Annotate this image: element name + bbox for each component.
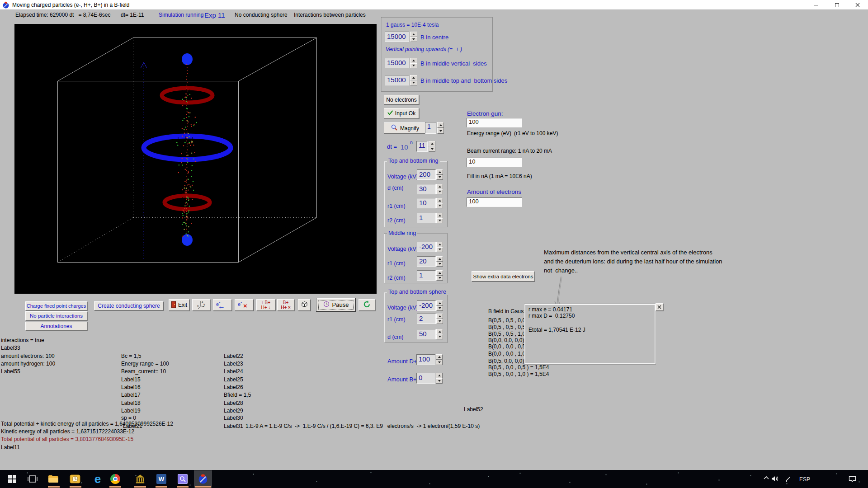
mr-r1-input[interactable]: 20 bbox=[417, 256, 436, 267]
magnify-value-input[interactable]: 1 bbox=[425, 122, 436, 134]
app-icon bbox=[2, 1, 9, 10]
exit-button[interactable]: Exit bbox=[169, 299, 189, 311]
magnify-button[interactable]: Magnify bbox=[384, 122, 426, 134]
total-energy-readout: Total potential + kinetic energy of all … bbox=[1, 421, 173, 427]
minimize-button[interactable] bbox=[806, 0, 826, 10]
tray-chevron-icon[interactable] bbox=[763, 475, 769, 482]
mr-voltage-label: Voltage (kV) bbox=[387, 246, 418, 252]
tbr-voltage-label: Voltage (kV) bbox=[387, 174, 418, 180]
label16: Label16 bbox=[121, 384, 141, 390]
ion-delete-button[interactable]: B+ H+ × bbox=[277, 299, 294, 311]
close-button[interactable] bbox=[847, 0, 868, 10]
tbr-r2-spinner[interactable] bbox=[436, 213, 443, 223]
volume-icon[interactable] bbox=[771, 476, 778, 483]
charge-fixed-point-charges-button[interactable]: Charge fixed point charges bbox=[25, 301, 87, 310]
mr-voltage-spinner[interactable] bbox=[436, 242, 443, 252]
b-vertical-sides-spinner[interactable] bbox=[410, 58, 417, 68]
annotations-button[interactable]: Annotationes bbox=[25, 322, 87, 331]
top-bottom-sphere-title: Top and bottom sphere bbox=[387, 289, 448, 295]
tbs-d-spinner[interactable] bbox=[436, 329, 443, 339]
tbs-r1-spinner[interactable] bbox=[436, 314, 443, 324]
amount-d-label: Amount D+ bbox=[387, 358, 417, 365]
dt-exponent-input[interactable]: 11 bbox=[416, 141, 428, 152]
top-bottom-ring-title: Top and bottom ring bbox=[387, 158, 440, 164]
cube-view-button[interactable] bbox=[298, 299, 311, 311]
tbs-d-input[interactable]: 50 bbox=[417, 329, 436, 339]
edge-icon[interactable]: e bbox=[92, 474, 103, 484]
tbs-voltage-input[interactable]: -200 bbox=[417, 300, 436, 311]
action-center-icon[interactable] bbox=[849, 476, 856, 483]
tbs-voltage-spinner[interactable] bbox=[436, 300, 443, 311]
electron-back-button[interactable]: e- ← bbox=[213, 299, 232, 311]
elapsed-time-label: Elapsed time: 629000 dt = 8,74E-6sec bbox=[15, 12, 110, 18]
chrome-icon[interactable] bbox=[110, 474, 121, 484]
amount-d-input[interactable]: 100 bbox=[416, 354, 435, 365]
tbr-r2-input[interactable]: 1 bbox=[417, 213, 436, 223]
tbr-d-spinner[interactable] bbox=[436, 184, 443, 194]
restart-button[interactable] bbox=[359, 299, 375, 311]
dt-label: dt = bbox=[387, 143, 397, 150]
tbr-voltage-spinner[interactable] bbox=[436, 169, 443, 180]
tbs-r1-input[interactable]: 2 bbox=[417, 314, 436, 324]
create-conducting-sphere-button[interactable]: Create conducting sphere bbox=[94, 301, 164, 310]
no-particle-interactions-button[interactable]: No particle interactions bbox=[25, 311, 87, 320]
simulation-viewport bbox=[14, 24, 377, 294]
amount-b-input[interactable]: 0 bbox=[416, 373, 435, 384]
mr-r1-spinner[interactable] bbox=[436, 256, 443, 267]
outlook-icon[interactable] bbox=[70, 474, 80, 484]
running-indicator bbox=[70, 486, 81, 488]
b-centre-input[interactable]: 15000 bbox=[385, 32, 409, 42]
purple-app-icon[interactable] bbox=[177, 474, 188, 484]
ion-drop-button[interactable]: ↑ B+ H+ ↓ bbox=[256, 299, 275, 311]
axes-view-button[interactable]: z y x bbox=[192, 299, 210, 311]
bfield-list-line: B(0,0 , 0,0 , 0,5 ) bbox=[488, 343, 528, 350]
magnify-spinner[interactable] bbox=[437, 122, 444, 134]
label17: Label17 bbox=[121, 392, 141, 398]
amount-b-spinner[interactable] bbox=[436, 373, 443, 384]
svg-text:x: x bbox=[197, 304, 199, 307]
rmax-overlay-panel: r max e = 0.04171 r max D = 0.12750 Etot… bbox=[524, 304, 656, 364]
label25: Label25 bbox=[224, 376, 243, 383]
show-extra-data-button[interactable]: Show extra data electrons bbox=[472, 271, 535, 282]
maximize-button[interactable] bbox=[826, 0, 847, 10]
mr-r2-input[interactable]: 1 bbox=[417, 270, 436, 281]
label30: Label30 bbox=[224, 415, 243, 421]
bank-app-icon[interactable] bbox=[135, 474, 146, 484]
pen-icon[interactable] bbox=[785, 476, 791, 483]
label31: Label31 bbox=[224, 423, 243, 429]
no-electrons-button[interactable]: No electrons bbox=[384, 95, 419, 104]
amount-electrons-input[interactable]: 100 bbox=[467, 197, 522, 207]
bfield-list-line: B(0,5 , 0,5 , 0,0) bbox=[488, 317, 527, 324]
b-top-bottom-spinner[interactable] bbox=[410, 75, 417, 85]
word-icon[interactable]: W bbox=[156, 474, 167, 484]
file-explorer-icon[interactable] bbox=[48, 474, 59, 484]
tbr-d-input[interactable]: 30 bbox=[417, 184, 436, 194]
mr-voltage-input[interactable]: -200 bbox=[417, 242, 436, 252]
ion-drop-bottom-label: H+ ↓ bbox=[261, 305, 271, 310]
start-button[interactable] bbox=[7, 474, 18, 484]
tbr-r1-input[interactable]: 10 bbox=[417, 198, 436, 208]
b-top-bottom-input[interactable]: 15000 bbox=[385, 75, 409, 85]
tbr-voltage-input[interactable]: 200 bbox=[417, 169, 436, 180]
language-indicator[interactable]: ESP bbox=[799, 476, 810, 483]
beam-current-input[interactable]: 10 bbox=[467, 158, 522, 167]
dt-spinner[interactable] bbox=[429, 141, 435, 152]
b-vertical-sides-input[interactable]: 15000 bbox=[385, 58, 409, 68]
overlay-close-button[interactable] bbox=[656, 303, 663, 311]
bfield-list-line: B(0,0 , 0,0 , 1,0 ) bbox=[488, 351, 528, 357]
tbr-r1-spinner[interactable] bbox=[436, 198, 443, 208]
electron-delete-button[interactable]: e- × bbox=[235, 299, 254, 311]
energy-range-input[interactable]: 100 bbox=[467, 118, 522, 127]
vertical-note-label: Vertical pointing upwards (= + ) bbox=[386, 46, 462, 52]
label21: Label21 bbox=[123, 423, 142, 429]
b-centre-spinner[interactable] bbox=[410, 32, 417, 42]
simulation-app-icon[interactable] bbox=[198, 474, 208, 484]
input-ok-button[interactable]: Input Ok bbox=[384, 108, 419, 119]
task-view-button[interactable] bbox=[27, 474, 38, 484]
pause-button[interactable]: Pause bbox=[316, 298, 355, 311]
no-electrons-label-post: lectrons bbox=[398, 97, 417, 103]
mr-r2-spinner[interactable] bbox=[436, 270, 443, 281]
no-conducting-sphere-label: No conducting sphere bbox=[235, 12, 288, 18]
amount-d-spinner[interactable] bbox=[436, 354, 443, 365]
pause-label-post: ause bbox=[336, 301, 349, 308]
